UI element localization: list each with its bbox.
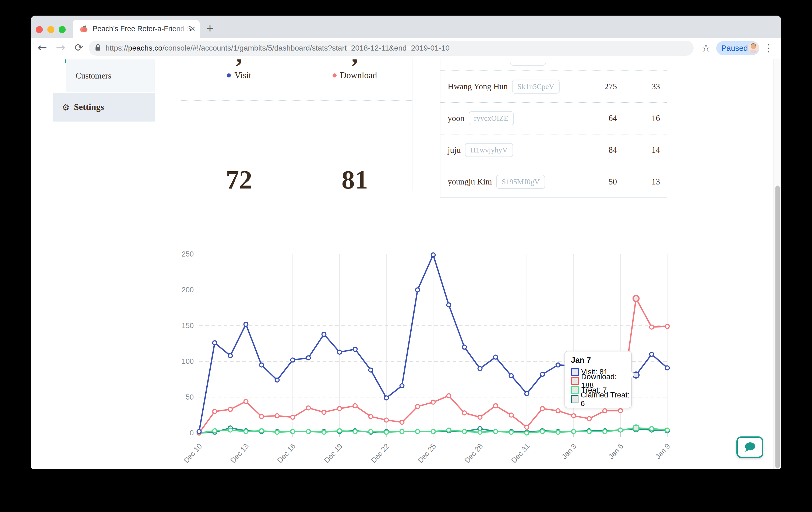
data-point[interactable] bbox=[541, 429, 545, 433]
data-point[interactable] bbox=[353, 347, 357, 351]
data-point[interactable] bbox=[228, 354, 232, 358]
data-point[interactable] bbox=[525, 425, 529, 429]
data-point[interactable] bbox=[338, 350, 342, 354]
sidebar-item-settings[interactable]: ⚙ Settings bbox=[53, 93, 155, 122]
data-point[interactable] bbox=[260, 414, 264, 418]
data-point[interactable] bbox=[275, 378, 279, 382]
data-point[interactable] bbox=[618, 428, 622, 432]
browser-tab[interactable]: Peach’s Free Refer-a-Friend S × bbox=[72, 20, 200, 38]
data-point[interactable] bbox=[416, 429, 420, 433]
data-point[interactable] bbox=[416, 288, 420, 292]
data-point[interactable] bbox=[338, 429, 342, 433]
data-point[interactable] bbox=[665, 366, 669, 370]
bookmark-star-icon[interactable]: ☆ bbox=[700, 38, 712, 59]
data-point[interactable] bbox=[572, 429, 576, 433]
data-point[interactable] bbox=[322, 410, 326, 414]
data-point[interactable] bbox=[509, 413, 513, 417]
data-point[interactable] bbox=[650, 427, 654, 431]
data-point[interactable] bbox=[556, 363, 560, 367]
data-point[interactable] bbox=[431, 253, 435, 257]
back-icon[interactable]: ← bbox=[35, 38, 50, 59]
data-point[interactable] bbox=[384, 418, 388, 422]
data-point[interactable] bbox=[494, 403, 498, 408]
data-point[interactable] bbox=[244, 322, 248, 326]
data-point[interactable] bbox=[463, 411, 467, 415]
data-point[interactable] bbox=[307, 356, 311, 360]
hovered-data-point[interactable] bbox=[633, 425, 639, 431]
data-point[interactable] bbox=[369, 414, 373, 418]
data-point[interactable] bbox=[478, 430, 482, 434]
data-point[interactable] bbox=[197, 429, 201, 433]
data-point[interactable] bbox=[463, 429, 467, 433]
data-point[interactable] bbox=[322, 332, 326, 336]
data-point[interactable] bbox=[447, 303, 451, 307]
data-point[interactable] bbox=[369, 368, 373, 372]
data-point[interactable] bbox=[494, 429, 498, 433]
data-point[interactable] bbox=[400, 420, 404, 424]
data-point[interactable] bbox=[556, 430, 560, 434]
data-point[interactable] bbox=[618, 409, 622, 413]
data-point[interactable] bbox=[291, 415, 295, 419]
data-point[interactable] bbox=[587, 429, 591, 433]
data-point[interactable] bbox=[447, 428, 451, 432]
data-point[interactable] bbox=[431, 429, 435, 433]
data-point[interactable] bbox=[260, 429, 264, 433]
data-point[interactable] bbox=[353, 403, 357, 408]
data-point[interactable] bbox=[307, 429, 311, 433]
data-point[interactable] bbox=[275, 414, 279, 418]
table-row[interactable]: Hwang Yong HunSk1n5CpeV27533 bbox=[440, 70, 667, 102]
data-point[interactable] bbox=[525, 392, 529, 396]
data-point[interactable] bbox=[650, 352, 654, 356]
table-row[interactable]: yoonryycxOIZE6416 bbox=[440, 102, 667, 134]
data-point[interactable] bbox=[494, 355, 498, 359]
data-point[interactable] bbox=[338, 406, 342, 411]
data-point[interactable] bbox=[213, 341, 217, 345]
data-point[interactable] bbox=[400, 429, 404, 433]
data-point[interactable] bbox=[463, 345, 467, 349]
window-zoom-button[interactable] bbox=[59, 26, 66, 33]
data-point[interactable] bbox=[353, 429, 357, 433]
data-point[interactable] bbox=[307, 406, 311, 410]
data-point[interactable] bbox=[509, 430, 513, 434]
data-point[interactable] bbox=[603, 429, 607, 433]
data-point[interactable] bbox=[665, 428, 669, 432]
tab-close-icon[interactable]: × bbox=[190, 20, 195, 38]
browser-menu-icon[interactable]: ⋮ bbox=[763, 38, 774, 59]
data-point[interactable] bbox=[291, 358, 295, 362]
reload-icon[interactable]: ⟳ bbox=[71, 38, 86, 59]
data-point[interactable] bbox=[650, 325, 654, 329]
data-point[interactable] bbox=[384, 430, 388, 434]
chat-widget-button[interactable] bbox=[736, 436, 763, 458]
data-point[interactable] bbox=[556, 409, 560, 413]
sidebar-item-customers[interactable]: Customers bbox=[66, 59, 155, 92]
data-point[interactable] bbox=[541, 406, 545, 411]
data-point[interactable] bbox=[228, 428, 232, 432]
data-point[interactable] bbox=[291, 429, 295, 433]
data-point[interactable] bbox=[525, 431, 529, 435]
data-point[interactable] bbox=[447, 394, 451, 398]
data-point[interactable] bbox=[572, 414, 576, 418]
data-point[interactable] bbox=[244, 429, 248, 433]
data-point[interactable] bbox=[665, 324, 669, 328]
data-point[interactable] bbox=[478, 366, 482, 370]
data-point[interactable] bbox=[400, 384, 404, 388]
data-point[interactable] bbox=[416, 404, 420, 409]
data-point[interactable] bbox=[244, 399, 248, 403]
data-point[interactable] bbox=[541, 372, 545, 376]
url-bar[interactable]: https://peachs.co/console/#!/accounts/1/… bbox=[89, 40, 694, 56]
window-minimize-button[interactable] bbox=[47, 26, 54, 33]
data-point[interactable] bbox=[509, 374, 513, 378]
data-point[interactable] bbox=[322, 430, 326, 434]
hovered-data-point[interactable] bbox=[633, 296, 639, 301]
scrollbar-thumb[interactable] bbox=[775, 185, 780, 469]
data-point[interactable] bbox=[384, 396, 388, 400]
paused-profile-chip[interactable]: Paused bbox=[716, 41, 759, 55]
data-point[interactable] bbox=[369, 429, 373, 433]
data-point[interactable] bbox=[478, 415, 482, 419]
new-tab-button[interactable]: + bbox=[206, 20, 214, 38]
window-close-button[interactable] bbox=[36, 26, 43, 33]
data-point[interactable] bbox=[213, 410, 217, 414]
data-point[interactable] bbox=[275, 430, 279, 434]
data-point[interactable] bbox=[587, 417, 591, 421]
data-point[interactable] bbox=[213, 429, 217, 433]
